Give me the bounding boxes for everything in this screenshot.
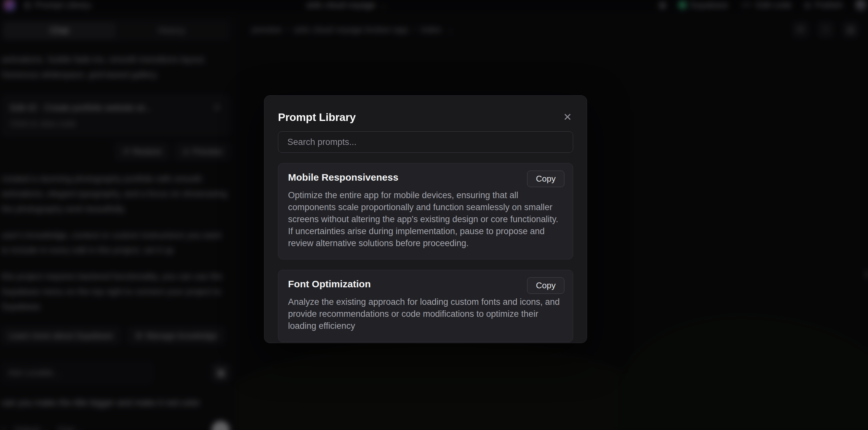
prompt-card-title: Mobile Responsiveness [288,172,563,183]
prompt-card-body: Optimize the entire app for mobile devic… [288,189,563,249]
search-input[interactable] [287,137,564,148]
prompt-card: Mobile Responsiveness Copy Optimize the … [278,163,573,259]
prompt-library-modal: Prompt Library ✕ Mobile Responsiveness C… [264,95,587,343]
copy-button[interactable]: Copy [527,277,564,294]
modal-title: Prompt Library [278,111,356,124]
copy-button[interactable]: Copy [527,171,564,187]
prompt-card-body: Analyze the existing approach for loadin… [288,296,563,332]
modal-layer: Prompt Library ✕ Mobile Responsiveness C… [0,0,868,430]
close-icon[interactable]: ✕ [562,111,573,124]
modal-header: Prompt Library ✕ [278,108,573,127]
prompt-card: Font Optimization Copy Analyze the exist… [278,270,573,342]
search-box [278,131,573,153]
prompt-card-title: Font Optimization [288,279,563,289]
